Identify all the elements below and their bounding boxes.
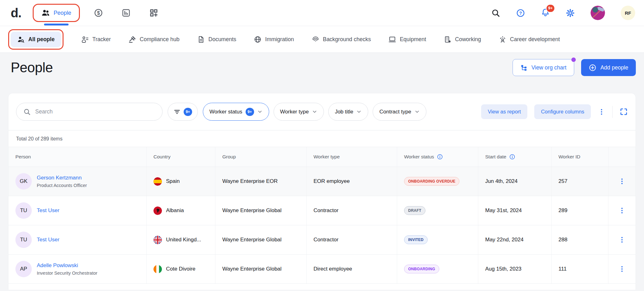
sub-nav-item-label: Equipment xyxy=(400,36,426,43)
items-count: Total 20 of 289 items xyxy=(16,136,63,141)
worker-type-cell: Contractor xyxy=(306,196,397,225)
tab-people[interactable]: People xyxy=(33,4,80,22)
worker-id-cell: 111 xyxy=(551,255,608,283)
status-badge: ONBOARDING xyxy=(404,265,439,273)
gavel-icon xyxy=(128,36,136,43)
user-avatar[interactable]: RF xyxy=(621,6,635,20)
sub-nav-item-background-checks[interactable]: Background checks xyxy=(312,36,371,43)
info-icon[interactable] xyxy=(509,154,515,160)
sub-nav-item-compliance-hub[interactable]: Compliance hub xyxy=(128,36,179,43)
avatar: GK xyxy=(15,173,32,189)
sub-nav-item-label: Career development xyxy=(510,36,560,43)
fullscreen-icon[interactable] xyxy=(619,107,628,116)
row-menu-icon[interactable] xyxy=(618,207,626,214)
chevron-down-icon xyxy=(356,109,362,114)
search-icon xyxy=(23,108,31,116)
analytics-icon[interactable] xyxy=(121,8,131,18)
status-badge: INVITED xyxy=(404,235,428,244)
sub-nav-item-career-development[interactable]: Career development xyxy=(499,36,560,43)
country-name: Cote Divoire xyxy=(166,266,196,272)
avatar: AP xyxy=(15,261,32,277)
notifications-button[interactable]: 9+ xyxy=(541,8,550,18)
column-header-country: Country xyxy=(146,147,215,167)
filter-pill-worker-status[interactable]: Worker status9+ xyxy=(203,103,269,121)
search-input[interactable] xyxy=(35,108,155,115)
org-chart-icon xyxy=(520,64,528,71)
filter-icon xyxy=(173,108,181,116)
worker-status-cell: ONBOARDING OVERDUE xyxy=(397,167,478,196)
column-header-worker-status: Worker status xyxy=(397,147,478,167)
plus-circle-icon xyxy=(589,64,597,72)
row-actions-cell xyxy=(608,255,636,283)
filter-pill-label: Worker status xyxy=(209,109,242,115)
people-table-card: 9+ Worker status9+Worker typeJob titleCo… xyxy=(8,93,636,290)
partial-next-row xyxy=(8,284,636,288)
fingerprint-icon xyxy=(312,36,319,43)
filter-pill-contract-type[interactable]: Contract type xyxy=(373,103,426,121)
svg-text:$: $ xyxy=(97,10,100,16)
deel-logo[interactable]: d. xyxy=(11,6,21,20)
country-cell: Albania xyxy=(146,196,215,225)
laptop-icon xyxy=(388,36,396,43)
person-name-link[interactable]: Test User xyxy=(37,237,59,243)
search-box[interactable] xyxy=(16,103,163,121)
person-name-link[interactable]: Adelle Powlowski xyxy=(37,262,97,269)
sub-nav-item-immigration[interactable]: Immigration xyxy=(254,36,294,43)
header-actions: View org chart Add people xyxy=(513,59,636,76)
country-name: United Kingd... xyxy=(166,237,201,243)
column-header-person: Person xyxy=(8,147,146,167)
worker-type-cell: Contractor xyxy=(306,225,397,254)
flag-icon-es xyxy=(153,177,162,186)
filter-pill-worker-type[interactable]: Worker type xyxy=(274,103,324,121)
notification-badge: 9+ xyxy=(546,4,555,13)
help-icon[interactable]: ? xyxy=(516,8,525,18)
chevron-down-icon xyxy=(257,109,263,114)
sub-nav-item-label: Documents xyxy=(208,36,236,43)
column-header-actions xyxy=(608,147,636,167)
add-people-button[interactable]: Add people xyxy=(581,59,636,76)
filter-pill-label: Job title xyxy=(335,109,353,115)
row-menu-icon[interactable] xyxy=(618,178,626,185)
start-date-cell: May 22nd, 2024 xyxy=(478,225,551,254)
toolbar-divider xyxy=(612,106,613,118)
chevron-down-icon xyxy=(414,109,420,114)
view-org-chart-button[interactable]: View org chart xyxy=(513,59,575,76)
apps-icon[interactable] xyxy=(149,8,158,18)
sub-nav-item-equipment[interactable]: Equipment xyxy=(388,36,426,43)
filter-pills: Worker status9+Worker typeJob titleContr… xyxy=(203,103,426,121)
start-date-cell: May 31st, 2024 xyxy=(478,196,551,225)
payroll-icon[interactable]: $ xyxy=(94,8,103,18)
new-feature-dot xyxy=(571,58,576,62)
sub-nav-item-documents[interactable]: Documents xyxy=(197,36,236,43)
person-name-link[interactable]: Gerson Kertzmann xyxy=(37,175,87,181)
more-options-icon[interactable] xyxy=(598,108,605,116)
person-cell: TU Test User xyxy=(8,196,146,225)
workspace-avatar[interactable] xyxy=(591,6,605,20)
group-cell: Wayne Enterprise Global xyxy=(215,255,306,283)
avatar: TU xyxy=(15,202,32,219)
row-menu-icon[interactable] xyxy=(618,236,626,244)
worker-id-cell: 288 xyxy=(551,225,608,254)
view-as-report-button[interactable]: View as report xyxy=(481,104,527,119)
configure-columns-button[interactable]: Configure columns xyxy=(534,104,591,119)
filter-pill-label: Worker type xyxy=(280,109,309,115)
row-actions-cell xyxy=(608,225,636,254)
gear-icon[interactable] xyxy=(566,8,575,18)
sub-nav-item-label: Compliance hub xyxy=(140,36,179,43)
start-date-cell: Aug 15th, 2023 xyxy=(478,255,551,283)
sub-nav-item-label: Immigration xyxy=(265,36,294,43)
column-header-worker-type: Worker type xyxy=(306,147,397,167)
sub-nav-item-all-people[interactable]: All people xyxy=(8,29,64,50)
top-nav-right: ? 9+ RF xyxy=(491,6,636,20)
sub-nav-item-coworking[interactable]: Coworking xyxy=(444,36,481,43)
tracker-icon xyxy=(81,36,89,43)
row-menu-icon[interactable] xyxy=(618,265,626,273)
sub-nav-item-tracker[interactable]: Tracker xyxy=(81,36,111,43)
filter-pill-job-title[interactable]: Job title xyxy=(328,103,369,121)
person-name-link[interactable]: Test User xyxy=(37,207,59,214)
sub-nav-item-label: Coworking xyxy=(455,36,481,43)
search-icon[interactable] xyxy=(491,8,500,18)
active-tab-underline xyxy=(44,24,69,25)
filters-button[interactable]: 9+ xyxy=(168,103,198,121)
info-icon[interactable] xyxy=(437,154,443,160)
